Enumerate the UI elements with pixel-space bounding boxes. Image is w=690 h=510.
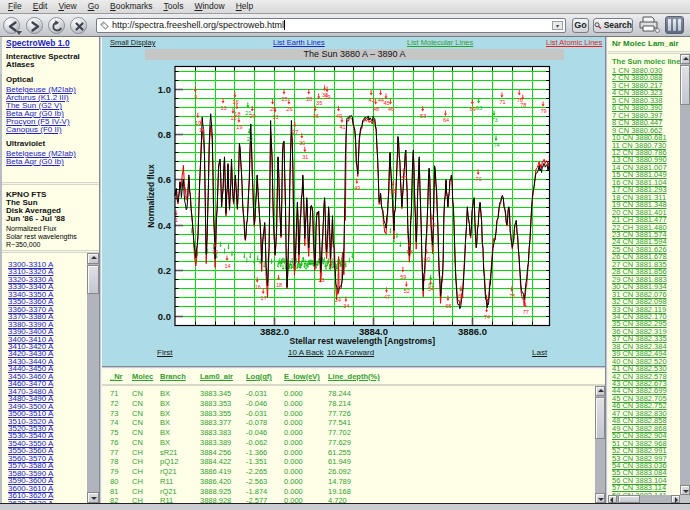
browser-window: FileEditViewGoBookmarksToolsWindowHelp h… (0, 0, 690, 510)
scroll-left-button[interactable] (608, 495, 617, 503)
scrollbar-thumb[interactable] (618, 495, 640, 503)
url-dropdown-icon[interactable]: ▾ (552, 21, 563, 30)
table-cell: BX (160, 428, 170, 437)
x-tick-label: 3886.0 (458, 326, 487, 337)
line-number-label: 30 (299, 140, 305, 146)
line-number-label: 57 (401, 175, 407, 181)
reload-button[interactable] (48, 17, 65, 34)
table-col-header[interactable]: Branch (160, 372, 186, 381)
url-text: http://spectra.freeshell.org/spectroweb.… (112, 20, 284, 30)
uv-links: Betelgeuse (M2Iab)Beta Aqr (G0 Ib) (6, 150, 99, 166)
scroll-down-button[interactable] (680, 485, 690, 495)
molec-hscrollbar[interactable] (608, 495, 680, 503)
line-number-label: 18 (234, 111, 240, 117)
table-cell: CN (132, 438, 143, 447)
menu-mnemonic: H (236, 1, 242, 11)
scroll-right-button[interactable] (671, 495, 680, 503)
table-cell: BX (160, 399, 170, 408)
table-cell: CH (132, 496, 143, 503)
wavelength-scrollbar[interactable] (87, 253, 99, 503)
table-col-header[interactable]: E_low(eV) (284, 372, 320, 381)
table-cell: 61.949 (328, 457, 351, 466)
molec-vscrollbar[interactable] (680, 54, 690, 495)
table-cell: 3883.353 (200, 399, 231, 408)
table-cell: BX (160, 389, 170, 398)
spectroweb-link[interactable]: SpectroWeb 1.0 (6, 39, 99, 47)
scroll-arrow-icon (91, 256, 97, 259)
table-row: 71CNBX3883.345-0.0310.00078.244 (102, 388, 605, 398)
line-number-label: 48 (373, 106, 379, 112)
scrollbar-thumb[interactable] (595, 397, 605, 439)
table-cell: 0.000 (284, 399, 303, 408)
scrollbar-thumb[interactable] (680, 65, 690, 105)
wavelength-list: 3300-3310 A3310-3320 A3320-3330 A3330-33… (2, 253, 99, 503)
go-button[interactable]: Go (572, 18, 589, 33)
line-number-label: 73 (491, 117, 497, 123)
menu-window[interactable]: Window (194, 0, 224, 13)
forward-button[interactable] (26, 17, 43, 34)
text-caret (284, 20, 285, 30)
search-button[interactable]: Search (593, 18, 633, 33)
line-number-label: 33 (273, 114, 279, 120)
table-col-header[interactable]: Molec (132, 372, 153, 381)
plot-area (175, 67, 550, 326)
table-col-header[interactable]: Lam0_air (200, 372, 233, 381)
nav-first-link[interactable]: First (157, 348, 173, 357)
nav-last-link[interactable]: Last (532, 348, 547, 357)
table-cell: R11 (160, 477, 173, 486)
table-col-header[interactable]: _Nr (110, 372, 123, 381)
line-number-label: 12 (212, 249, 218, 255)
printer-icon[interactable] (638, 15, 660, 33)
search-button-label: Search (604, 20, 632, 30)
scroll-arrow-icon (683, 57, 689, 60)
go-button-label: Go (574, 20, 587, 30)
url-bar[interactable]: http://spectra.freeshell.org/spectroweb.… (96, 18, 566, 33)
menu-bookmarks[interactable]: Bookmarks (110, 0, 153, 13)
scroll-up-button[interactable] (680, 54, 690, 64)
table-cell: 3884.422 (200, 457, 231, 466)
line-number-label: 21 (245, 110, 251, 116)
stop-icon (72, 19, 87, 34)
scroll-down-button[interactable] (87, 492, 99, 503)
table-cell: -0.031 (246, 409, 267, 418)
menu-edit[interactable]: Edit (33, 0, 48, 13)
table-cell: 74 (110, 418, 118, 427)
table-cell: 3886.420 (200, 477, 231, 486)
line-number-label: 65 (445, 303, 451, 309)
menu-mnemonic: E (33, 1, 39, 11)
nav-back-link[interactable]: 10 A Back (288, 348, 324, 357)
scroll-up-button[interactable] (595, 386, 605, 396)
uv-atlas-link[interactable]: Beta Aqr (G0 Ib) (6, 158, 99, 166)
table-scrollbar[interactable] (595, 386, 605, 503)
scroll-down-button[interactable] (595, 493, 605, 503)
back-button[interactable] (3, 17, 20, 34)
table-body: 71CNBX3883.345-0.0310.00078.24472CNBX388… (102, 386, 605, 503)
nav-forward-link[interactable]: 10 A Forward (327, 348, 374, 357)
menu-tools[interactable]: Tools (164, 0, 184, 13)
table-cell: -0.046 (246, 428, 267, 437)
menu-file[interactable]: File (8, 0, 22, 13)
menu-go[interactable]: Go (88, 0, 99, 13)
table-row: 73CNBX3883.355-0.0310.00077.726 (102, 408, 605, 418)
line-number-label: 41 (339, 124, 345, 130)
line-number-label: 5 (184, 195, 187, 201)
table-cell: 19.168 (328, 487, 351, 496)
table-col-header[interactable]: Line_depth(%) (328, 372, 380, 381)
stop-button[interactable] (70, 17, 87, 34)
sidebar-source-frame: KPNO FTS The Sun Disk Averaged Jun '86 -… (2, 185, 99, 250)
menu-view[interactable]: View (58, 0, 76, 13)
optical-atlas-link[interactable]: Canopus (F0 II) (6, 126, 99, 134)
table-cell: CN (132, 389, 143, 398)
table-cell: 61.255 (328, 448, 351, 457)
menu-help[interactable]: Help (236, 0, 253, 13)
back-dropdown-icon[interactable] (16, 31, 22, 35)
scroll-up-button[interactable] (87, 253, 99, 264)
table-cell: CH (132, 448, 143, 457)
table-row: 75CNBX3883.383-0.0460.00077.702 (102, 427, 605, 437)
table-cell: -0.046 (246, 399, 267, 408)
scrollbar-thumb[interactable] (87, 265, 99, 294)
table-col-header[interactable]: Log(gf) (246, 372, 272, 381)
line-number-label: 79 (540, 108, 546, 114)
table-cell: -0.078 (246, 418, 267, 427)
table-cell: 3883.377 (200, 418, 231, 427)
